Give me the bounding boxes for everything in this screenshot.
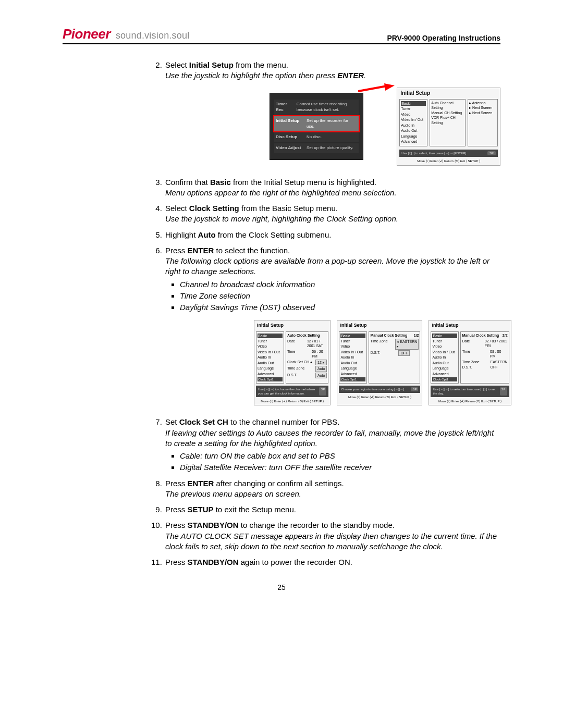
hint-text: Use the joystick to highlight the option…: [165, 71, 366, 80]
sub-list: Cable: turn ON the cable box and set to …: [180, 451, 500, 473]
hint-text: The previous menu appears on screen.: [165, 489, 301, 498]
step-11: Press STANDBY/ON again to power the reco…: [164, 557, 500, 567]
figure-row-1: Timer RecCannot use timer recording beca…: [270, 88, 500, 166]
hint-text: Menu options appear to the right of the …: [165, 188, 397, 197]
logo-block: Pioneer sound.vision.soul: [63, 26, 189, 42]
step-5: Highlight Auto from the Clock Setting su…: [164, 230, 500, 240]
step-8: Press ENTER after changing or confirm al…: [164, 478, 500, 500]
sub-item: Daylight Savings Time (DST) observed: [180, 302, 500, 313]
step-6: Press ENTER to select the function. The …: [164, 245, 500, 406]
text: Select: [165, 60, 189, 69]
hint-text: The following clock options are availabl…: [165, 256, 489, 276]
page-header: Pioneer sound.vision.soul PRV-9000 Opera…: [63, 26, 500, 44]
step-4: Select Clock Setting from the Basic Setu…: [164, 203, 500, 225]
step-7: Set Clock Set CH to the channel number f…: [164, 417, 500, 473]
screenshot-auto-clock: Initial Setup BasicTunerVideoVideo In / …: [254, 320, 331, 405]
screenshot-menu-dark: Timer RecCannot use timer recording beca…: [270, 93, 363, 160]
text: from the menu.: [234, 60, 288, 69]
sub-item: Time Zone selection: [180, 291, 500, 301]
svg-line-0: [358, 86, 387, 91]
sub-item: Channel to broadcast clock information: [180, 279, 500, 290]
screenshot-manual-clock-2: Initial Setup BasicTunerVideoVideo In / …: [429, 320, 511, 405]
figure-row-2: Initial Setup BasicTunerVideoVideo In / …: [254, 320, 500, 405]
step-2: Select Initial Setup from the menu. Use …: [164, 60, 500, 166]
hint-text: If leaving other settings to Auto causes…: [165, 428, 494, 448]
arrow-icon: [358, 83, 397, 99]
svg-marker-1: [384, 83, 395, 91]
step-10: Press STANDBY/ON to change the recorder …: [164, 520, 500, 552]
hint-text: Use the joystick to move right, highligh…: [165, 214, 398, 223]
page-number: 25: [63, 583, 500, 591]
screenshot-manual-clock-1: Initial Setup BasicTunerVideoVideo In / …: [337, 320, 422, 405]
document-title: PRV-9000 Operating Instructions: [387, 34, 500, 42]
sub-item: Cable: turn ON the cable box and set to …: [180, 451, 500, 461]
hint-text: The AUTO CLOCK SET message appears in th…: [165, 532, 497, 551]
text-bold: Initial Setup: [189, 60, 234, 69]
step-9: Press SETUP to exit the Setup menu.: [164, 504, 500, 515]
sub-list: Channel to broadcast clock information T…: [180, 279, 500, 313]
instruction-list: Select Initial Setup from the menu. Use …: [63, 60, 500, 567]
screenshot-initial-setup: Initial Setup Basic Tuner Video Video In…: [397, 88, 500, 166]
brand-logo: Pioneer: [63, 26, 111, 42]
step-3: Confirm that Basic from the Initial Setu…: [164, 177, 500, 199]
sub-item: Digital Satellite Receiver: turn OFF the…: [180, 462, 500, 473]
brand-tagline: sound.vision.soul: [116, 30, 190, 41]
